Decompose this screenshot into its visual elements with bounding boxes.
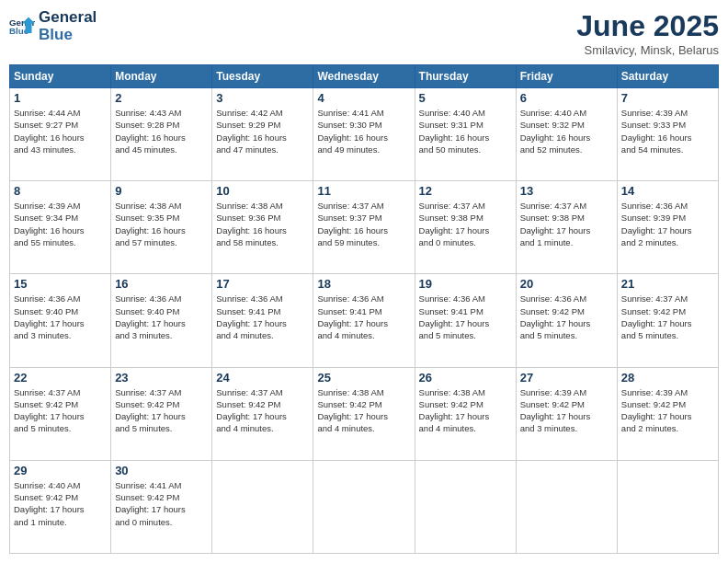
calendar-cell: 22Sunrise: 4:37 AM Sunset: 9:42 PM Dayli… xyxy=(10,367,111,460)
day-info: Sunrise: 4:36 AM Sunset: 9:41 PM Dayligh… xyxy=(419,293,512,341)
day-number: 10 xyxy=(216,184,309,198)
day-info: Sunrise: 4:36 AM Sunset: 9:41 PM Dayligh… xyxy=(216,293,309,341)
day-info: Sunrise: 4:36 AM Sunset: 9:40 PM Dayligh… xyxy=(115,293,208,341)
day-info: Sunrise: 4:43 AM Sunset: 9:28 PM Dayligh… xyxy=(115,107,208,155)
location: Smilavicy, Minsk, Belarus xyxy=(576,43,719,57)
day-number: 14 xyxy=(621,184,714,198)
weekday-header-saturday: Saturday xyxy=(617,65,718,88)
day-number: 9 xyxy=(115,184,208,198)
day-info: Sunrise: 4:39 AM Sunset: 9:34 PM Dayligh… xyxy=(14,200,107,248)
day-number: 17 xyxy=(216,277,309,291)
day-number: 7 xyxy=(621,91,714,105)
weekday-header-wednesday: Wednesday xyxy=(313,65,415,88)
day-info: Sunrise: 4:41 AM Sunset: 9:42 PM Dayligh… xyxy=(115,479,208,528)
calendar-cell: 20Sunrise: 4:36 AM Sunset: 9:42 PM Dayli… xyxy=(516,274,617,367)
week-row-3: 15Sunrise: 4:36 AM Sunset: 9:40 PM Dayli… xyxy=(10,274,719,367)
calendar-cell xyxy=(617,460,718,553)
day-number: 2 xyxy=(115,91,208,105)
day-info: Sunrise: 4:38 AM Sunset: 9:42 PM Dayligh… xyxy=(419,386,512,435)
day-number: 1 xyxy=(14,91,107,105)
day-info: Sunrise: 4:40 AM Sunset: 9:42 PM Dayligh… xyxy=(14,479,107,528)
day-info: Sunrise: 4:38 AM Sunset: 9:42 PM Dayligh… xyxy=(317,386,410,435)
day-number: 18 xyxy=(317,277,410,291)
day-number: 25 xyxy=(317,371,410,385)
day-info: Sunrise: 4:37 AM Sunset: 9:42 PM Dayligh… xyxy=(115,386,208,435)
day-info: Sunrise: 4:40 AM Sunset: 9:32 PM Dayligh… xyxy=(520,107,613,155)
day-number: 23 xyxy=(115,371,208,385)
weekday-header-row: SundayMondayTuesdayWednesdayThursdayFrid… xyxy=(10,65,719,88)
header: General Blue General Blue June 2025 Smil… xyxy=(9,9,719,57)
day-info: Sunrise: 4:37 AM Sunset: 9:42 PM Dayligh… xyxy=(621,293,714,341)
logo-line1: General xyxy=(39,9,97,27)
day-number: 29 xyxy=(14,464,107,477)
day-info: Sunrise: 4:36 AM Sunset: 9:40 PM Dayligh… xyxy=(14,293,107,341)
weekday-header-monday: Monday xyxy=(111,65,212,88)
day-number: 15 xyxy=(14,277,107,291)
calendar-cell: 19Sunrise: 4:36 AM Sunset: 9:41 PM Dayli… xyxy=(415,274,516,367)
day-info: Sunrise: 4:38 AM Sunset: 9:35 PM Dayligh… xyxy=(115,200,208,248)
day-number: 28 xyxy=(621,371,714,385)
day-number: 8 xyxy=(14,184,107,198)
weekday-header-thursday: Thursday xyxy=(415,65,516,88)
day-info: Sunrise: 4:42 AM Sunset: 9:29 PM Dayligh… xyxy=(216,107,309,155)
day-info: Sunrise: 4:37 AM Sunset: 9:37 PM Dayligh… xyxy=(317,200,410,248)
day-number: 19 xyxy=(419,277,512,291)
day-number: 11 xyxy=(317,184,410,198)
calendar-cell: 3Sunrise: 4:42 AM Sunset: 9:29 PM Daylig… xyxy=(212,88,313,181)
calendar-cell: 13Sunrise: 4:37 AM Sunset: 9:38 PM Dayli… xyxy=(516,181,617,274)
calendar-cell: 7Sunrise: 4:39 AM Sunset: 9:33 PM Daylig… xyxy=(617,88,718,181)
calendar-cell: 15Sunrise: 4:36 AM Sunset: 9:40 PM Dayli… xyxy=(10,274,111,367)
day-info: Sunrise: 4:36 AM Sunset: 9:39 PM Dayligh… xyxy=(621,200,714,248)
calendar-cell: 28Sunrise: 4:39 AM Sunset: 9:42 PM Dayli… xyxy=(617,367,718,460)
day-info: Sunrise: 4:38 AM Sunset: 9:36 PM Dayligh… xyxy=(216,200,309,248)
calendar-table: SundayMondayTuesdayWednesdayThursdayFrid… xyxy=(9,64,719,554)
weekday-header-sunday: Sunday xyxy=(10,65,111,88)
calendar-cell: 4Sunrise: 4:41 AM Sunset: 9:30 PM Daylig… xyxy=(313,88,415,181)
calendar-cell: 27Sunrise: 4:39 AM Sunset: 9:42 PM Dayli… xyxy=(516,367,617,460)
day-info: Sunrise: 4:37 AM Sunset: 9:38 PM Dayligh… xyxy=(419,200,512,248)
logo-icon: General Blue xyxy=(9,14,35,40)
calendar-cell: 1Sunrise: 4:44 AM Sunset: 9:27 PM Daylig… xyxy=(10,88,111,181)
day-number: 5 xyxy=(419,91,512,105)
month-title: June 2025 xyxy=(576,9,719,43)
logo: General Blue General Blue xyxy=(9,9,97,43)
page: General Blue General Blue June 2025 Smil… xyxy=(0,0,728,563)
calendar-cell: 8Sunrise: 4:39 AM Sunset: 9:34 PM Daylig… xyxy=(10,181,111,274)
day-info: Sunrise: 4:36 AM Sunset: 9:42 PM Dayligh… xyxy=(520,293,613,341)
calendar-cell: 16Sunrise: 4:36 AM Sunset: 9:40 PM Dayli… xyxy=(111,274,212,367)
day-number: 4 xyxy=(317,91,410,105)
day-info: Sunrise: 4:37 AM Sunset: 9:42 PM Dayligh… xyxy=(14,386,107,435)
calendar-cell: 29Sunrise: 4:40 AM Sunset: 9:42 PM Dayli… xyxy=(10,460,111,553)
calendar-cell: 30Sunrise: 4:41 AM Sunset: 9:42 PM Dayli… xyxy=(111,460,212,553)
calendar-cell: 24Sunrise: 4:37 AM Sunset: 9:42 PM Dayli… xyxy=(212,367,313,460)
calendar-cell: 2Sunrise: 4:43 AM Sunset: 9:28 PM Daylig… xyxy=(111,88,212,181)
day-info: Sunrise: 4:44 AM Sunset: 9:27 PM Dayligh… xyxy=(14,107,107,155)
day-number: 6 xyxy=(520,91,613,105)
day-info: Sunrise: 4:37 AM Sunset: 9:42 PM Dayligh… xyxy=(216,386,309,435)
week-row-1: 1Sunrise: 4:44 AM Sunset: 9:27 PM Daylig… xyxy=(10,88,719,181)
day-number: 12 xyxy=(419,184,512,198)
week-row-5: 29Sunrise: 4:40 AM Sunset: 9:42 PM Dayli… xyxy=(10,460,719,553)
calendar-cell: 21Sunrise: 4:37 AM Sunset: 9:42 PM Dayli… xyxy=(617,274,718,367)
calendar-cell: 23Sunrise: 4:37 AM Sunset: 9:42 PM Dayli… xyxy=(111,367,212,460)
day-number: 13 xyxy=(520,184,613,198)
day-number: 3 xyxy=(216,91,309,105)
weekday-header-friday: Friday xyxy=(516,65,617,88)
day-number: 26 xyxy=(419,371,512,385)
calendar-cell: 12Sunrise: 4:37 AM Sunset: 9:38 PM Dayli… xyxy=(415,181,516,274)
day-number: 30 xyxy=(115,464,208,477)
day-info: Sunrise: 4:40 AM Sunset: 9:31 PM Dayligh… xyxy=(419,107,512,155)
calendar-cell xyxy=(212,460,313,553)
logo-line2: Blue xyxy=(39,27,97,44)
calendar-cell: 9Sunrise: 4:38 AM Sunset: 9:35 PM Daylig… xyxy=(111,181,212,274)
logo-text: General Blue xyxy=(39,9,97,43)
calendar-cell: 11Sunrise: 4:37 AM Sunset: 9:37 PM Dayli… xyxy=(313,181,415,274)
day-number: 21 xyxy=(621,277,714,291)
weekday-header-tuesday: Tuesday xyxy=(212,65,313,88)
calendar-cell: 5Sunrise: 4:40 AM Sunset: 9:31 PM Daylig… xyxy=(415,88,516,181)
day-number: 16 xyxy=(115,277,208,291)
day-info: Sunrise: 4:41 AM Sunset: 9:30 PM Dayligh… xyxy=(317,107,410,155)
day-info: Sunrise: 4:36 AM Sunset: 9:41 PM Dayligh… xyxy=(317,293,410,341)
day-number: 27 xyxy=(520,371,613,385)
calendar-cell: 14Sunrise: 4:36 AM Sunset: 9:39 PM Dayli… xyxy=(617,181,718,274)
